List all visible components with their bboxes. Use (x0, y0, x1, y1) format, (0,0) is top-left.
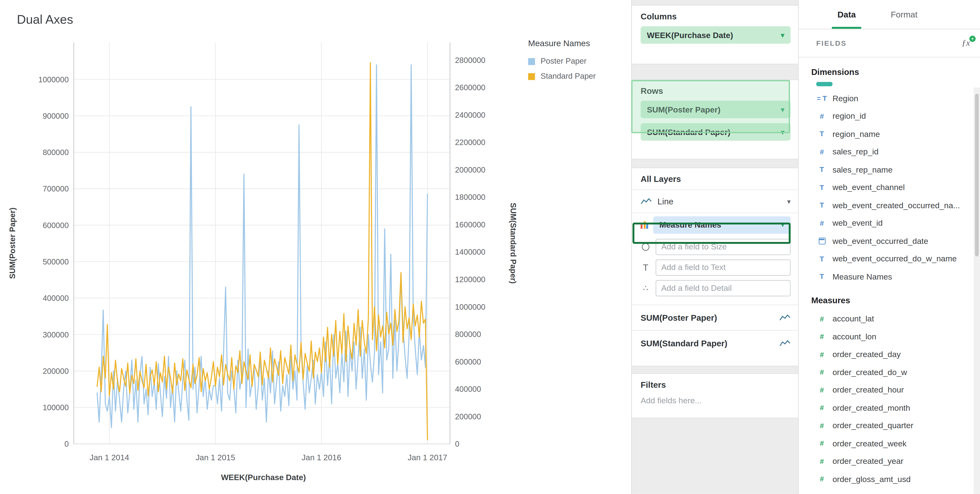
filters-drop-zone[interactable]: Add fields here... (632, 394, 798, 406)
scrollbar-thumb[interactable] (975, 94, 979, 257)
columns-shelf-label: Columns (632, 6, 798, 26)
field-row[interactable]: Tweb_event_created_occurred_na... (799, 196, 980, 214)
calculated-field-icon[interactable]: ƒx+ (962, 38, 970, 48)
tab-data[interactable]: Data (837, 0, 856, 29)
chevron-down-icon[interactable]: ▾ (781, 129, 784, 135)
field-icons: T (816, 183, 827, 191)
field-name: order_gloss_amt_usd (832, 474, 911, 484)
field-row[interactable]: #account_lon (799, 328, 980, 345)
field-row[interactable]: #order_created_month (799, 399, 980, 417)
svg-text:0: 0 (64, 440, 68, 448)
field-icons: # (816, 219, 827, 227)
fields-header: FIELDS ƒx+ (799, 29, 980, 58)
field-row[interactable]: #web_event_id (799, 214, 980, 232)
chevron-down-icon[interactable]: ▾ (781, 222, 784, 228)
field-name: account_lon (832, 332, 876, 341)
layer-sum-standard-paper[interactable]: SUM(Standard Paper) (632, 330, 798, 356)
field-icons: T (816, 255, 827, 262)
number-icon: # (820, 333, 824, 340)
number-icon: # (820, 368, 824, 376)
detail-encoding-row: ∴ (632, 277, 798, 298)
text-icon: T (820, 166, 824, 173)
field-row[interactable]: #order_created_day (799, 345, 980, 363)
text-icon: T (641, 262, 651, 272)
color-encoding-row: Measure Names ▾ (632, 213, 798, 236)
field-row[interactable]: =TRegion (799, 89, 980, 107)
number-icon: # (820, 404, 824, 411)
svg-text:2200000: 2200000 (455, 138, 485, 147)
legend-item[interactable]: Poster Paper (528, 57, 596, 66)
filters-label: Filters (632, 374, 798, 394)
chevron-down-icon[interactable]: ▾ (781, 32, 784, 38)
number-icon: # (820, 148, 824, 155)
field-icons: T (816, 273, 827, 280)
pill-sum-poster-paper[interactable]: SUM(Poster Paper) ▾ (641, 101, 791, 118)
text-icon: T (820, 183, 824, 191)
field-row[interactable]: Tweb_event_channel (799, 178, 980, 196)
svg-text:WEEK(Purchase Date): WEEK(Purchase Date) (221, 473, 306, 482)
field-name: order_created_month (832, 403, 910, 413)
field-row[interactable]: Tregion_name (799, 125, 980, 143)
size-field-input[interactable] (655, 239, 791, 255)
field-icons: # (816, 368, 827, 376)
field-name: order_created_hour (832, 385, 904, 395)
field-name: Measure Names (832, 272, 892, 281)
size-icon (641, 243, 651, 250)
field-icons: # (816, 457, 827, 465)
svg-text:1800000: 1800000 (455, 193, 485, 202)
chevron-down-icon[interactable]: ▾ (787, 198, 791, 205)
svg-text:1000000: 1000000 (38, 75, 68, 84)
text-icon: T (820, 273, 824, 280)
field-name: order_created_day (832, 350, 900, 359)
field-icons: # (816, 386, 827, 394)
number-icon: # (820, 386, 824, 394)
field-name: sales_rep_name (832, 165, 892, 174)
measures-list: #account_lat#account_lon#order_created_d… (799, 310, 980, 488)
field-row[interactable]: #account_lat (799, 310, 980, 327)
svg-text:2000000: 2000000 (455, 166, 485, 174)
field-icons: # (816, 333, 827, 340)
field-icons: # (816, 315, 827, 322)
field-row[interactable]: #order_created_do_w (799, 363, 980, 381)
field-row[interactable]: #order_gloss_amt_usd (799, 470, 980, 488)
field-row[interactable]: Tsales_rep_name (799, 161, 980, 178)
field-row[interactable]: #order_created_week (799, 434, 980, 452)
number-icon: # (820, 351, 824, 358)
svg-text:2400000: 2400000 (455, 111, 485, 120)
legend-item[interactable]: Standard Paper (528, 72, 596, 81)
size-encoding-row (632, 236, 798, 257)
field-icons: T (816, 130, 827, 138)
svg-text:500000: 500000 (43, 257, 68, 266)
field-row[interactable]: #order_created_hour (799, 381, 980, 399)
mark-type-select[interactable]: Line ▾ (632, 190, 798, 213)
pill-sum-standard-paper[interactable]: SUM(Standard Paper) ▾ (641, 123, 791, 141)
field-row[interactable]: TMeasure Names (799, 268, 980, 285)
svg-text:Jan 1 2014: Jan 1 2014 (89, 453, 129, 462)
field-row[interactable]: web_event_occurred_date (799, 232, 980, 250)
pill-label: Measure Names (659, 220, 721, 229)
pill-week-purchase-date[interactable]: WEEK(Purchase Date) ▾ (641, 26, 791, 44)
field-row[interactable]: #order_created_year (799, 453, 980, 470)
chevron-down-icon[interactable]: ▾ (781, 106, 784, 113)
field-row[interactable]: #region_id (799, 107, 980, 125)
field-icons: =T (816, 94, 827, 102)
scrolled-field-fragment (816, 82, 833, 86)
pill-label: SUM(Poster Paper) (647, 105, 721, 114)
plus-icon: + (969, 36, 976, 42)
field-row[interactable]: #order_created_quarter (799, 417, 980, 434)
detail-field-input[interactable] (655, 280, 791, 296)
field-name: web_event_occurred_do_w_name (832, 254, 956, 263)
field-row[interactable]: #sales_rep_id (799, 143, 980, 161)
layer-label: SUM(Standard Paper) (641, 339, 728, 348)
svg-text:900000: 900000 (43, 112, 68, 120)
legend-label: Standard Paper (541, 72, 596, 81)
tab-format[interactable]: Format (891, 0, 918, 29)
text-field-input[interactable] (655, 259, 791, 276)
svg-text:1600000: 1600000 (455, 220, 485, 229)
pill-measure-names[interactable]: Measure Names ▾ (653, 216, 791, 234)
legend-items: Poster PaperStandard Paper (528, 57, 596, 81)
layer-sum-poster-paper[interactable]: SUM(Poster Paper) (632, 304, 798, 330)
field-row[interactable]: Tweb_event_occurred_do_w_name (799, 250, 980, 268)
field-icons: # (816, 440, 827, 447)
pill-label: WEEK(Purchase Date) (647, 30, 733, 40)
